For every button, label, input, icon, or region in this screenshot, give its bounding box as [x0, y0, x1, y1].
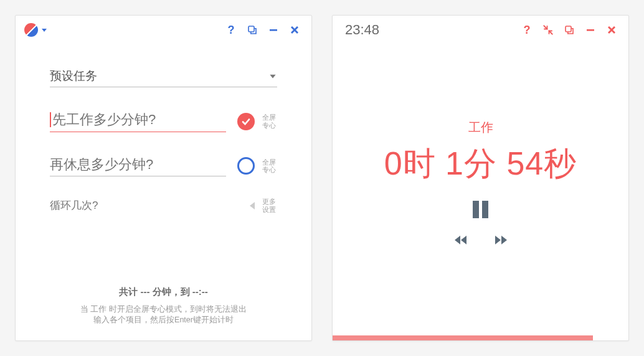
pause-button[interactable]: [473, 201, 488, 218]
app-menu-dropdown[interactable]: [40, 26, 48, 34]
work-minutes-input-wrap: [50, 111, 226, 132]
progress-fill: [333, 335, 593, 340]
minimize-icon[interactable]: [582, 22, 599, 38]
help-icon[interactable]: ?: [223, 22, 239, 38]
svg-marker-15: [501, 236, 507, 244]
setup-footer: 共计 --- 分钟，到 --:-- 当 工作 时开启全屏专心模式，到时将无法退出…: [16, 286, 311, 340]
hint-line-1: 当 工作 时开启全屏专心模式，到时将无法退出: [34, 304, 293, 315]
svg-rect-1: [249, 26, 254, 32]
svg-rect-2: [270, 29, 277, 31]
timer-window: 23:48 ? 工作 0时 1分 54秒: [332, 15, 629, 341]
total-duration-label: 共计 --- 分钟，到 --:--: [34, 286, 293, 298]
rest-fullscreen-label: 全屏 专心: [261, 158, 277, 174]
mode-label: 工作: [468, 119, 493, 136]
hint-line-2: 输入各个项目，然后按Enter键开始计时: [34, 315, 293, 325]
work-fullscreen-label: 全屏 专心: [261, 113, 277, 129]
work-fullscreen-checkbox[interactable]: [237, 113, 255, 130]
preset-task-dropdown[interactable]: 预设任务: [50, 68, 277, 87]
pin-window-icon[interactable]: [561, 22, 577, 38]
shrink-icon[interactable]: [540, 22, 556, 38]
close-icon[interactable]: [604, 22, 620, 38]
setup-window: ? 预设任务 全屏: [15, 15, 312, 341]
timer-display: 0时 1分 54秒: [384, 142, 577, 186]
timer-titlebar: 23:48 ?: [333, 16, 628, 43]
chevron-down-icon: [268, 72, 277, 80]
close-icon[interactable]: [286, 22, 303, 38]
progress-bar: [333, 335, 628, 340]
rest-minutes-input-wrap: [50, 156, 226, 177]
fast-forward-button[interactable]: [493, 234, 508, 246]
work-minutes-input[interactable]: [50, 111, 226, 129]
more-settings-label: 更多 设置: [261, 198, 277, 213]
preset-task-label: 预设任务: [50, 68, 97, 84]
svg-marker-13: [461, 236, 466, 244]
pin-window-icon[interactable]: [244, 22, 260, 38]
rest-fullscreen-checkbox[interactable]: [237, 157, 255, 175]
timer-controls: [473, 201, 488, 218]
seek-controls: [453, 234, 508, 246]
expand-settings-icon[interactable]: [250, 202, 255, 209]
app-logo-icon[interactable]: [24, 23, 38, 37]
loop-count-input[interactable]: [50, 199, 239, 213]
svg-rect-8: [566, 26, 571, 32]
svg-marker-5: [270, 75, 275, 79]
timer-content: 工作 0时 1分 54秒: [333, 43, 628, 340]
text-cursor: [50, 112, 51, 127]
setup-form: 预设任务 全屏 专心 全屏 专心: [16, 43, 311, 224]
help-icon[interactable]: ?: [519, 22, 535, 38]
minimize-icon[interactable]: [265, 22, 282, 38]
svg-marker-14: [495, 236, 501, 244]
svg-marker-0: [42, 29, 47, 32]
setup-titlebar: ?: [16, 16, 311, 43]
clock-time: 23:48: [345, 22, 379, 38]
loop-count-input-wrap: [50, 199, 239, 213]
svg-marker-12: [455, 236, 460, 244]
svg-rect-9: [587, 29, 594, 31]
rest-minutes-input[interactable]: [50, 156, 226, 174]
rewind-button[interactable]: [453, 234, 468, 246]
